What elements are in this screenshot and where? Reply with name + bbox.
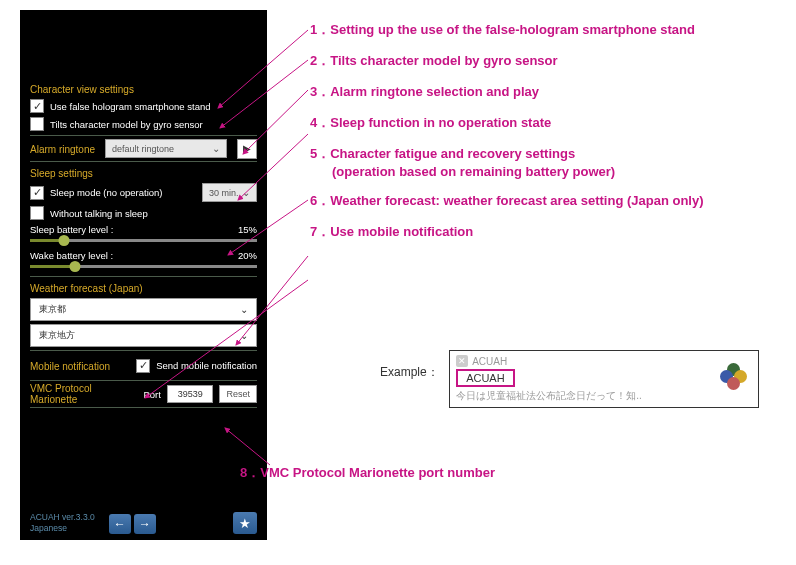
false-hologram-label: Use false hologram smartphone stand: [50, 101, 211, 112]
weather-heading: Weather forecast (Japan): [30, 283, 257, 294]
annotation-5b: (operation based on remaining battery po…: [332, 164, 780, 179]
sleep-heading: Sleep settings: [30, 168, 257, 179]
sleep-battery-label: Sleep battery level :: [30, 224, 113, 235]
alarm-heading: Alarm ringtone: [30, 144, 95, 155]
annotation-5: 5．Character fatigue and recovery setting…: [310, 146, 780, 163]
weather-area-value: 東京地方: [39, 329, 75, 342]
gyro-checkbox[interactable]: [30, 117, 44, 131]
gyro-label: Tilts character model by gyro sensor: [50, 119, 203, 130]
notif-app-name: ACUAH: [472, 356, 507, 367]
settings-panel: Character view settings Use false hologr…: [20, 10, 267, 540]
version-text: ACUAH ver.3.3.0 Japanese: [30, 512, 95, 534]
vmc-heading: VMC Protocol Marionette: [30, 383, 137, 405]
vmc-port-label: Port: [143, 389, 160, 400]
annotation-3: 3．Alarm ringtone selection and play: [310, 84, 780, 101]
notification-example: ✕ ACUAH ACUAH 今日は児童福祉法公布記念日だって！知..: [449, 350, 759, 408]
wake-battery-slider[interactable]: [30, 265, 257, 268]
sleep-time-value: 30 min.: [209, 188, 239, 198]
sleep-battery-value: 15%: [238, 224, 257, 235]
without-talking-checkbox[interactable]: [30, 206, 44, 220]
weather-pref-value: 東京都: [39, 303, 66, 316]
mobile-notif-label: Send mobile notification: [156, 360, 257, 371]
mobile-notif-checkbox[interactable]: [136, 359, 150, 373]
charview-heading: Character view settings: [30, 84, 257, 95]
chevron-down-icon: ⌄: [240, 330, 248, 341]
close-icon: ✕: [456, 355, 468, 367]
false-hologram-row[interactable]: Use false hologram smartphone stand: [30, 99, 257, 113]
annotation-2: 2．Tilts character model by gyro sensor: [310, 53, 780, 70]
weather-pref-select[interactable]: 東京都 ⌄: [30, 298, 257, 321]
annotations-column: 1．Setting up the use of the false-hologr…: [310, 22, 780, 255]
notif-body: 今日は児童福祉法公布記念日だって！知..: [456, 389, 752, 403]
sleep-mode-label: Sleep mode (no operation): [50, 187, 163, 198]
annotation-6: 6．Weather forecast: weather forecast are…: [310, 193, 780, 210]
example-label: Example：: [380, 364, 439, 381]
annotation-4: 4．Sleep function in no operation state: [310, 115, 780, 132]
example-block: Example： ✕ ACUAH ACUAH 今日は児童福祉法公布記念日だって！…: [380, 350, 770, 408]
annotation-7: 7．Use mobile notification: [310, 224, 780, 241]
sleep-battery-slider[interactable]: [30, 239, 257, 242]
notif-title: ACUAH: [456, 369, 515, 387]
annotation-8: 8．VMC Protocol Marionette port number: [240, 465, 495, 482]
favorite-button[interactable]: ★: [233, 512, 257, 534]
alarm-ringtone-select[interactable]: default ringtone ⌄: [105, 139, 227, 158]
without-talking-label: Without talking in sleep: [50, 208, 148, 219]
wake-battery-value: 20%: [238, 250, 257, 261]
alarm-play-button[interactable]: ▶: [237, 139, 257, 159]
false-hologram-checkbox[interactable]: [30, 99, 44, 113]
annotation-1: 1．Setting up the use of the false-hologr…: [310, 22, 780, 39]
weather-area-select[interactable]: 東京地方 ⌄: [30, 324, 257, 347]
alarm-ringtone-value: default ringtone: [112, 144, 174, 154]
chevron-down-icon: ⌄: [240, 304, 248, 315]
chevron-down-icon: ⌄: [212, 143, 220, 154]
wake-battery-label: Wake battery level :: [30, 250, 113, 261]
puzzle-icon: [720, 363, 748, 391]
vmc-reset-button[interactable]: Reset: [219, 385, 257, 403]
mobile-heading: Mobile notification: [30, 361, 110, 372]
sleep-time-select[interactable]: 30 min. ⌄: [202, 183, 257, 202]
chevron-down-icon: ⌄: [242, 187, 250, 198]
gyro-row[interactable]: Tilts character model by gyro sensor: [30, 117, 257, 131]
sleep-mode-checkbox[interactable]: [30, 186, 44, 200]
vmc-port-input[interactable]: 39539: [167, 385, 214, 403]
nav-back-button[interactable]: ←: [109, 514, 131, 534]
nav-forward-button[interactable]: →: [134, 514, 156, 534]
